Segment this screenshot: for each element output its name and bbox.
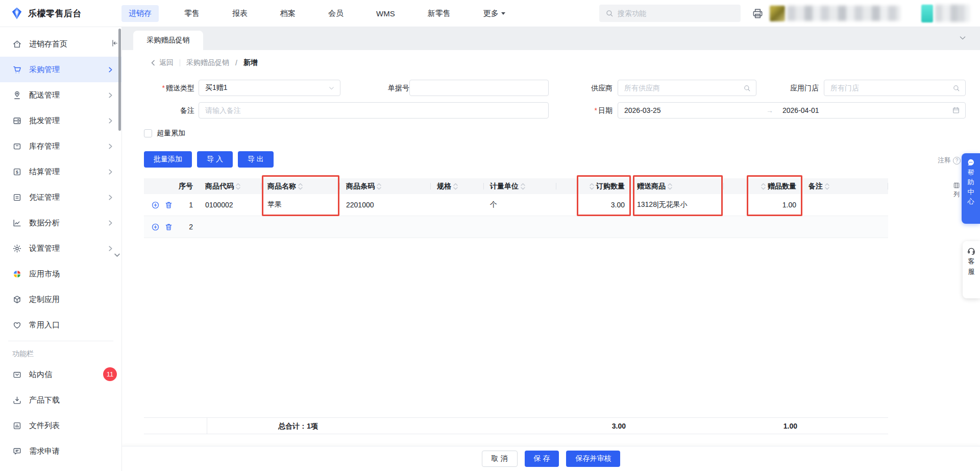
sort-icon[interactable]: [377, 183, 381, 190]
cart-icon: [12, 65, 22, 75]
chevron-left-icon: [150, 60, 156, 66]
question-circle-icon[interactable]: ?: [953, 157, 961, 164]
help-center-panel[interactable]: 帮 助 中 心: [962, 153, 980, 224]
col-gift-item[interactable]: 赠送商品: [631, 178, 724, 194]
delete-row-icon[interactable]: [164, 223, 173, 231]
gift-type-select[interactable]: 买1赠1: [199, 80, 340, 96]
add-row-icon[interactable]: [151, 201, 160, 209]
table-row: 2: [144, 216, 888, 238]
chevron-right-icon: [108, 92, 113, 98]
menu-jinxiaocun[interactable]: 进销存: [121, 5, 159, 22]
chevron-right-icon: [108, 67, 113, 73]
remark-field[interactable]: [199, 102, 549, 119]
scroll-down-icon[interactable]: [114, 252, 120, 258]
col-gift-qty[interactable]: 赠品数量: [724, 178, 802, 194]
sidebar-item-home[interactable]: 进销存首页: [0, 31, 121, 57]
batch-add-button[interactable]: 批量添加: [144, 151, 192, 168]
tab-purchase-gift-promo[interactable]: 采购赠品促销: [133, 31, 203, 50]
date-range-picker[interactable]: 2026-03-25 → 2026-04-01: [618, 102, 966, 119]
col-code[interactable]: 商品代码: [199, 178, 261, 194]
sort-icon[interactable]: [298, 183, 303, 190]
sort-icon[interactable]: [236, 183, 240, 190]
cell-barcode[interactable]: [340, 216, 431, 238]
sidebar-item-app-market[interactable]: 应用市场: [0, 261, 121, 287]
col-name[interactable]: 商品名称: [261, 178, 340, 194]
cell-remark[interactable]: [802, 194, 888, 216]
menu-baobiao[interactable]: 报表: [225, 5, 255, 22]
sidebar-item-analytics[interactable]: 数据分析: [0, 210, 121, 236]
supplier-input[interactable]: [624, 84, 743, 92]
chevron-right-icon: [108, 195, 113, 200]
chevron-right-icon: [108, 246, 113, 251]
sidebar-item-messages[interactable]: 站内信 11: [0, 362, 121, 387]
box-icon: [12, 142, 22, 151]
menu-wms[interactable]: WMS: [369, 6, 402, 21]
menu-lingshou[interactable]: 零售: [177, 5, 207, 22]
delete-row-icon[interactable]: [164, 201, 173, 209]
sidebar-item-settings[interactable]: 设置管理: [0, 236, 121, 261]
order-no-input[interactable]: [416, 84, 543, 92]
sidebar-item-favorites[interactable]: 常用入口: [0, 312, 121, 338]
cell-gift-qty[interactable]: 1.00: [724, 194, 802, 216]
menu-xinlingshou[interactable]: 新零售: [421, 5, 458, 22]
remark-input[interactable]: [205, 106, 543, 114]
store-field[interactable]: [824, 80, 966, 96]
sort-icon[interactable]: [761, 183, 766, 190]
cell-code[interactable]: [199, 216, 261, 238]
col-order-qty[interactable]: 订购数量: [556, 178, 631, 194]
menu-more[interactable]: 更多: [476, 5, 512, 22]
sort-icon[interactable]: [590, 183, 594, 190]
import-button[interactable]: 导 入: [197, 151, 233, 168]
search-input[interactable]: [618, 9, 720, 17]
cell-remark[interactable]: [802, 216, 888, 238]
menu-dangan[interactable]: 档案: [273, 5, 303, 22]
sort-icon[interactable]: [825, 183, 829, 190]
search-icon: [605, 9, 614, 17]
cell-gift-qty[interactable]: [724, 216, 802, 238]
col-unit[interactable]: 计量单位: [484, 178, 556, 194]
sidebar-item-wholesale[interactable]: 批发管理: [0, 108, 121, 133]
add-row-icon[interactable]: [151, 223, 160, 231]
sidebar-item-settlement[interactable]: $ 结算管理: [0, 159, 121, 184]
sidebar-item-custom-app[interactable]: 定制应用: [0, 287, 121, 312]
save-and-audit-button[interactable]: 保存并审核: [566, 451, 620, 467]
printer-icon[interactable]: [752, 8, 764, 19]
store-input[interactable]: [830, 84, 952, 92]
sidebar-item-delivery[interactable]: 配送管理: [0, 82, 121, 108]
sort-icon[interactable]: [521, 183, 525, 190]
sort-icon[interactable]: [668, 183, 672, 190]
sidebar-item-inventory[interactable]: 库存管理: [0, 133, 121, 159]
sort-icon[interactable]: [453, 183, 458, 190]
supplier-field[interactable]: [618, 80, 756, 96]
cell-name[interactable]: [261, 216, 340, 238]
sidebar-item-purchase[interactable]: 采购管理: [0, 57, 121, 82]
cell-order-qty[interactable]: [556, 216, 631, 238]
arrow-right-icon: →: [766, 106, 773, 114]
sidebar-item-request[interactable]: 需求申请: [0, 438, 121, 464]
over-accumulate-checkbox[interactable]: [144, 129, 152, 137]
back-button[interactable]: 返回: [150, 58, 174, 67]
customer-service-panel[interactable]: 客 服: [963, 241, 980, 298]
breadcrumb-current: 新增: [243, 58, 258, 67]
export-button[interactable]: 导 出: [238, 151, 274, 168]
tabs-collapse-icon[interactable]: [959, 34, 967, 42]
col-spec[interactable]: 规格: [431, 178, 484, 194]
order-no-field[interactable]: [409, 80, 549, 96]
sidebar-item-voucher[interactable]: 凭证管理: [0, 184, 121, 210]
breadcrumb-parent[interactable]: 采购赠品促销: [186, 58, 229, 67]
col-remark[interactable]: 备注: [802, 178, 888, 194]
save-button[interactable]: 保 存: [525, 451, 559, 467]
chevron-right-icon: [108, 169, 113, 175]
cell-order-qty[interactable]: 3.00: [556, 194, 631, 216]
menu-huiyuan[interactable]: 会员: [321, 5, 351, 22]
cell-gift-item[interactable]: 13128|无花果小: [631, 194, 724, 216]
mail-icon: [12, 370, 22, 380]
sidebar-item-product-download[interactable]: 产品下载: [0, 387, 121, 413]
col-barcode[interactable]: 商品条码: [340, 178, 431, 194]
sidebar-item-file-list[interactable]: 文件列表: [0, 413, 121, 438]
cancel-button[interactable]: 取 消: [482, 451, 518, 467]
over-accumulate-option[interactable]: 超量累加: [144, 129, 185, 138]
collapse-sidebar-icon[interactable]: [110, 39, 119, 48]
global-search[interactable]: [599, 5, 741, 22]
cell-gift-item[interactable]: [631, 216, 724, 238]
